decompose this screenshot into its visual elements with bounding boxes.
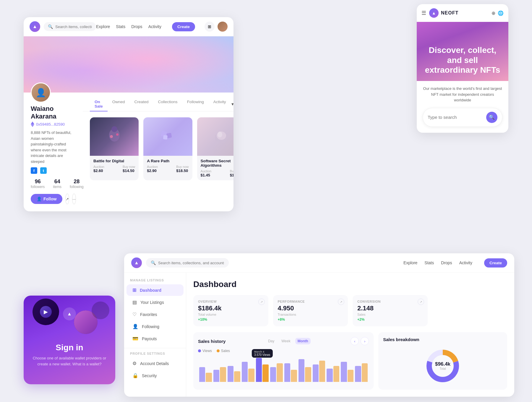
followers-count: 96 — [31, 179, 45, 185]
hero-search-button[interactable]: 🔍 — [486, 112, 497, 123]
add-icon[interactable]: ⊕ — [492, 10, 495, 16]
profile-search-input[interactable] — [55, 25, 92, 29]
user-avatar[interactable] — [218, 22, 228, 32]
sidebar-label-listings: Your Listings — [140, 300, 164, 305]
sales-dot — [217, 349, 220, 352]
dash-create-button[interactable]: Create — [484, 258, 507, 268]
nft-info-1: A Rare Path Auction $2.90 Buy now $18.50 — [143, 156, 192, 176]
sh-tab-week[interactable]: Week — [279, 338, 293, 344]
hero-search-input[interactable] — [428, 115, 486, 120]
tab-activity[interactable]: Activity — [209, 97, 231, 111]
nft-buynow-0: Buy now $14.50 — [123, 165, 135, 173]
sh-tab-day[interactable]: Day — [266, 338, 277, 344]
tab-owned[interactable]: Owned — [108, 97, 130, 111]
sidebar-item-security[interactable]: 🔒 Security — [126, 370, 184, 381]
sh-nav: ‹ › — [351, 337, 369, 345]
stat-items: 64 items — [53, 179, 61, 189]
banner-art — [24, 36, 233, 93]
sidebar-item-favorites[interactable]: ♡ Favorites — [126, 309, 184, 320]
more-button[interactable]: ··· — [72, 194, 76, 204]
dashboard-body: Manage listings ⊞ Dashboard ▤ Your Listi… — [124, 273, 514, 397]
search-icon: 🔍 — [48, 24, 53, 29]
donut-center: $96.4k Total — [425, 348, 460, 384]
nav-link-explore[interactable]: Explore — [96, 24, 110, 29]
donut-chart: $96.4k Total — [425, 348, 460, 384]
legend-sales: Sales — [217, 349, 230, 353]
following-icon: 👤 — [132, 324, 138, 329]
follow-label: Follow — [43, 197, 56, 201]
tab-created[interactable]: Created — [130, 97, 153, 111]
sidebar-item-account[interactable]: ⚙ Account Details — [126, 358, 184, 369]
profile-card: ▲ 🔍 Explore Stats Drops Activity Create … — [24, 17, 233, 211]
overview-value: $186.4k — [198, 304, 264, 312]
nft-buynow-2: Buy now $19.99 — [230, 169, 233, 177]
account-icon: ⚙ — [132, 361, 137, 366]
profile-banner — [24, 36, 233, 93]
items-count: 64 — [53, 179, 61, 185]
listings-icon: ▤ — [132, 299, 137, 305]
nft-card-0[interactable]: Battle for Digital Auction $2.60 Buy now… — [90, 117, 139, 180]
svg-rect-6 — [163, 135, 168, 140]
signin-logo: ▲ — [63, 307, 76, 320]
nft-image-1 — [143, 117, 192, 156]
dash-logo: ▲ — [131, 257, 142, 268]
overview-label: Overview — [198, 300, 264, 303]
sidebar-label-favorites: Favorites — [140, 312, 157, 317]
nft-auction-0: Auction $2.60 — [93, 165, 104, 173]
logo-icon[interactable]: ▲ — [30, 21, 40, 32]
payouts-icon: 💳 — [132, 336, 138, 341]
donut-total-value: $96.4k — [435, 361, 450, 367]
donut-wrap: $96.4k Total — [383, 347, 502, 385]
share-button[interactable]: ↗ — [65, 194, 69, 204]
nav-wallet-icon[interactable]: ⊞ — [205, 22, 215, 32]
nav-link-activity[interactable]: Activity — [148, 24, 161, 29]
conversion-change: +2% — [357, 317, 423, 322]
wallet-address: 0x59485...82590 — [36, 122, 65, 127]
sidebar-item-following[interactable]: 👤 Following — [126, 321, 184, 332]
security-icon: 🔒 — [132, 373, 138, 378]
svg-point-3 — [116, 133, 119, 136]
tab-following[interactable]: Following — [182, 97, 209, 111]
twitter-icon[interactable]: t — [40, 167, 47, 174]
search-icon: 🔍 — [489, 114, 495, 120]
dash-nav-explore[interactable]: Explore — [403, 260, 417, 265]
sidebar-item-dashboard[interactable]: ⊞ Dashboard — [126, 284, 184, 296]
sh-prev-button[interactable]: ‹ — [351, 337, 359, 345]
profile-left: 👤 Waiano Akarana 0x59485...82590 8,888 N… — [24, 93, 83, 211]
sidebar-label-dashboard: Dashboard — [140, 288, 161, 293]
svg-point-9 — [218, 132, 222, 137]
tab-collections[interactable]: Collections — [153, 97, 182, 111]
apply-filter-button[interactable]: ▼ Apply filter — [231, 97, 233, 111]
nav-link-drops[interactable]: Drops — [131, 24, 142, 29]
hero-brand: NEOFT — [441, 10, 458, 16]
dashboard-icon: ⊞ — [132, 287, 136, 293]
dash-nav-stats[interactable]: Stats — [424, 260, 434, 265]
menu-icon[interactable]: ☰ — [421, 10, 426, 16]
dash-nav-activity[interactable]: Activity — [459, 260, 472, 265]
dash-search-input[interactable] — [158, 261, 224, 265]
profile-create-button[interactable]: Create — [172, 22, 195, 31]
stat-card-overview: ↗ Overview $186.4k Total volume +10% — [193, 295, 268, 326]
sidebar-item-listings[interactable]: ▤ Your Listings — [126, 296, 184, 308]
globe-icon[interactable]: 🌐 — [498, 10, 504, 16]
dash-nav-drops[interactable]: Drops — [441, 260, 452, 265]
overview-change: +10% — [198, 317, 264, 322]
sh-next-button[interactable]: › — [361, 337, 369, 345]
nft-card-1[interactable]: A Rare Path Auction $2.90 Buy now $18.50 — [143, 117, 192, 180]
legend-views: Views — [198, 349, 212, 353]
tab-on-sale[interactable]: On Sale — [90, 97, 108, 111]
profile-address: 0x59485...82590 — [31, 121, 76, 127]
views-label: Views — [202, 349, 212, 353]
sidebar-item-payouts[interactable]: 💳 Payouts — [126, 333, 184, 344]
sh-title: Sales history — [198, 339, 226, 344]
sh-tab-month[interactable]: Month — [295, 338, 311, 344]
nft-card-2[interactable]: Software Secret Algorithms Auction $1.45… — [197, 117, 233, 180]
hero-body: Our marketplace is the world's first and… — [417, 81, 508, 133]
decoration-circle-1: ▶ — [33, 299, 59, 325]
follow-button[interactable]: 👤 Follow — [31, 194, 62, 204]
stat-followers: 96 followers — [31, 179, 45, 189]
sh-header: Sales history Day Week Month ‹ › — [198, 337, 369, 345]
profile-search-box: 🔍 — [44, 22, 96, 31]
nav-link-stats[interactable]: Stats — [116, 24, 125, 29]
facebook-icon[interactable]: f — [31, 167, 37, 174]
